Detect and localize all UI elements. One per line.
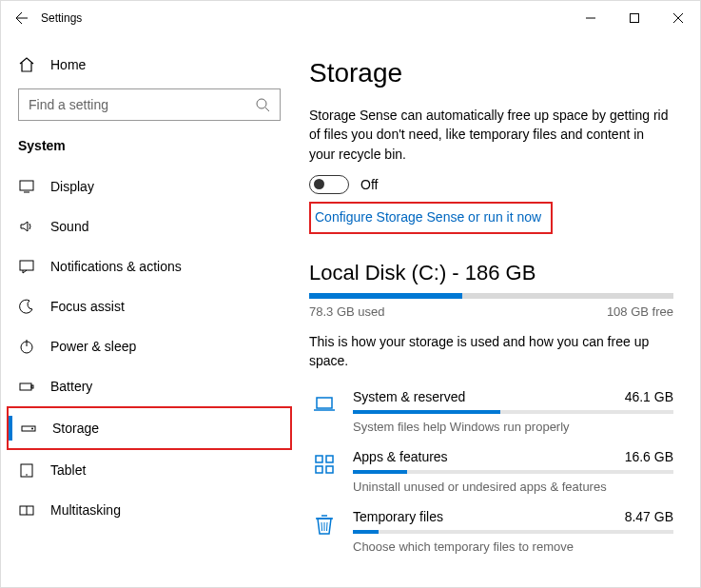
svg-rect-19 bbox=[317, 398, 332, 408]
category-size: 46.1 GB bbox=[625, 389, 673, 404]
apps-icon bbox=[309, 449, 340, 480]
category-hint: Choose which temporary files to remove bbox=[353, 539, 673, 554]
category-size: 8.47 GB bbox=[625, 509, 673, 524]
svg-line-29 bbox=[327, 522, 328, 531]
svg-rect-21 bbox=[316, 456, 322, 462]
nav-home-label: Home bbox=[50, 57, 86, 72]
svg-rect-1 bbox=[631, 14, 639, 23]
nav-label: Display bbox=[50, 179, 94, 194]
sound-icon bbox=[18, 218, 35, 235]
nav-sound[interactable]: Sound bbox=[1, 206, 298, 246]
nav-tablet[interactable]: Tablet bbox=[1, 450, 298, 490]
svg-rect-11 bbox=[20, 383, 31, 390]
trash-icon bbox=[309, 509, 340, 539]
sidebar: Home Find a setting System Display Sound… bbox=[1, 35, 298, 587]
nav-label: Notifications & actions bbox=[50, 259, 182, 274]
svg-rect-22 bbox=[326, 456, 333, 462]
maximize-icon bbox=[629, 12, 640, 24]
svg-point-14 bbox=[31, 428, 33, 430]
configure-storage-sense-link[interactable]: Configure Storage Sense or run it now bbox=[315, 209, 541, 225]
search-input[interactable]: Find a setting bbox=[18, 88, 281, 121]
storage-sense-description: Storage Sense can automatically free up … bbox=[309, 106, 673, 164]
minimize-button[interactable] bbox=[569, 3, 613, 33]
toggle-state-label: Off bbox=[360, 177, 378, 192]
category-fill bbox=[353, 470, 407, 474]
nav-home[interactable]: Home bbox=[1, 49, 298, 81]
nav-label: Multitasking bbox=[50, 502, 121, 518]
arrow-left-icon bbox=[14, 10, 29, 26]
laptop-icon bbox=[309, 389, 340, 420]
moon-icon bbox=[18, 298, 35, 315]
nav-label: Sound bbox=[50, 219, 88, 234]
category-temporary-files[interactable]: Temporary files 8.47 GB Choose which tem… bbox=[309, 503, 673, 563]
category-size: 16.6 GB bbox=[625, 449, 673, 464]
category-apps-features[interactable]: Apps & features 16.6 GB Uninstall unused… bbox=[309, 443, 673, 503]
nav-storage[interactable]: Storage bbox=[9, 408, 290, 448]
usage-description: This is how your storage is used and how… bbox=[309, 332, 673, 371]
nav-notifications[interactable]: Notifications & actions bbox=[1, 246, 298, 286]
home-icon bbox=[18, 56, 35, 73]
disk-free-label: 108 GB free bbox=[607, 304, 673, 319]
nav-focus-assist[interactable]: Focus assist bbox=[1, 286, 298, 326]
nav-label: Battery bbox=[50, 379, 92, 394]
notifications-icon bbox=[18, 258, 35, 275]
page-title: Storage bbox=[309, 58, 673, 88]
nav-display[interactable]: Display bbox=[1, 167, 298, 206]
svg-line-5 bbox=[265, 108, 269, 111]
search-placeholder: Find a setting bbox=[29, 97, 108, 112]
category-fill bbox=[353, 530, 379, 534]
svg-point-16 bbox=[26, 474, 28, 476]
minimize-icon bbox=[585, 12, 596, 24]
category-fill bbox=[353, 410, 500, 414]
tablet-icon bbox=[18, 461, 35, 479]
highlight-storage: Storage bbox=[7, 406, 292, 450]
display-icon bbox=[18, 178, 35, 195]
svg-rect-24 bbox=[326, 466, 333, 473]
close-icon bbox=[672, 12, 684, 24]
section-label: System bbox=[1, 134, 298, 167]
close-button[interactable] bbox=[656, 3, 700, 33]
multitasking-icon bbox=[18, 501, 35, 519]
nav-label: Storage bbox=[52, 421, 99, 436]
nav-battery[interactable]: Battery bbox=[1, 366, 298, 406]
disk-used-label: 78.3 GB used bbox=[309, 304, 385, 319]
disk-title: Local Disk (C:) - 186 GB bbox=[309, 261, 673, 285]
search-icon bbox=[255, 97, 270, 112]
main-content: Storage Storage Sense can automatically … bbox=[298, 35, 700, 587]
window-title: Settings bbox=[41, 11, 569, 25]
nav-multitasking[interactable]: Multitasking bbox=[1, 490, 298, 530]
category-system-reserved[interactable]: System & reserved 46.1 GB System files h… bbox=[309, 383, 673, 443]
maximize-button[interactable] bbox=[613, 3, 656, 33]
nav-label: Focus assist bbox=[50, 299, 125, 314]
power-icon bbox=[18, 338, 35, 355]
storage-icon bbox=[20, 420, 37, 437]
storage-sense-toggle[interactable] bbox=[309, 175, 349, 194]
nav-label: Power & sleep bbox=[50, 339, 136, 354]
nav-label: Tablet bbox=[50, 462, 86, 478]
highlight-config-link: Configure Storage Sense or run it now bbox=[309, 202, 553, 234]
category-name: System & reserved bbox=[353, 389, 465, 404]
category-name: Temporary files bbox=[353, 509, 443, 524]
svg-point-4 bbox=[257, 99, 266, 108]
nav-power-sleep[interactable]: Power & sleep bbox=[1, 326, 298, 366]
category-hint: Uninstall unused or undesired apps & fea… bbox=[353, 480, 673, 494]
battery-icon bbox=[18, 378, 35, 395]
svg-line-27 bbox=[321, 522, 322, 531]
svg-rect-8 bbox=[20, 261, 33, 270]
svg-rect-6 bbox=[20, 181, 33, 190]
disk-usage-fill bbox=[309, 293, 462, 299]
category-name: Apps & features bbox=[353, 449, 448, 464]
titlebar: Settings bbox=[1, 1, 700, 35]
back-button[interactable] bbox=[14, 10, 41, 26]
svg-rect-23 bbox=[316, 466, 322, 473]
svg-rect-12 bbox=[31, 385, 33, 388]
disk-usage-bar bbox=[309, 293, 673, 299]
category-hint: System files help Windows run properly bbox=[353, 420, 673, 434]
